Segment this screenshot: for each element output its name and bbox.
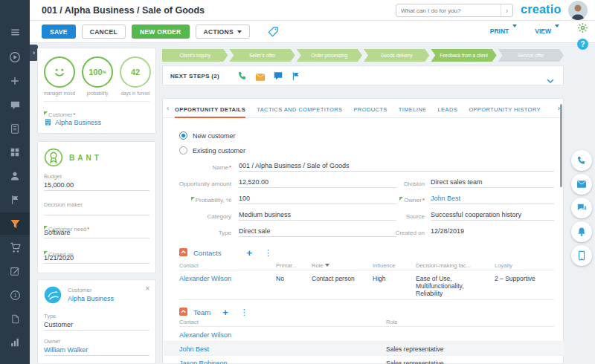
team-col-contact[interactable]: Contact	[179, 319, 199, 325]
team-menu-button[interactable]: ⋮	[240, 308, 248, 316]
budget-label: Budget	[44, 173, 62, 180]
view-button[interactable]: VIEW	[535, 27, 559, 35]
contacts-icon[interactable]	[0, 165, 30, 187]
contacts-col-contact[interactable]: Contact	[179, 262, 199, 269]
save-button[interactable]: SAVE	[42, 25, 76, 39]
team-row[interactable]: Jason Robinson Sales representative	[164, 356, 564, 364]
rail-chat-button[interactable]	[571, 198, 592, 218]
contacts-col-loyalty[interactable]: Loyalty	[495, 262, 512, 269]
opportunity-indicators-card: 100% 42 manager mood probability days in…	[37, 48, 156, 134]
close-icon[interactable]: ×	[145, 284, 149, 293]
avatar[interactable]	[568, 1, 588, 20]
division-value[interactable]: Direct sales team	[431, 178, 554, 188]
decision-maker-value[interactable]	[44, 207, 149, 215]
add-contact-button[interactable]: +	[247, 248, 253, 258]
action-toolbar: SAVE CANCEL NEW ORDER ACTIONS PRINT VIEW	[30, 21, 595, 43]
notifications-icon[interactable]: 1	[0, 284, 30, 306]
new-order-button[interactable]: NEW ORDER	[132, 25, 190, 39]
tab-tactics-and-competitors[interactable]: TACTICS AND COMPETITORS	[257, 99, 342, 118]
name-field-value[interactable]: 001 / Alpha Business / Sale of Goods	[239, 162, 554, 172]
collapse-team-icon[interactable]	[179, 305, 187, 319]
team-row[interactable]: Alexander Wilson	[164, 328, 564, 342]
email-icon[interactable]	[255, 71, 266, 85]
collapse-contacts-icon[interactable]	[179, 246, 187, 259]
tag-icon[interactable]	[268, 26, 279, 37]
contacts-col-role[interactable]: Role	[312, 262, 329, 269]
dashboards-icon[interactable]	[0, 141, 30, 163]
settings-gear-icon[interactable]	[577, 22, 588, 36]
customer-need-value[interactable]: Software	[44, 229, 149, 238]
owner-field-label: Owner	[399, 197, 425, 204]
name-field-label: Name	[213, 164, 231, 171]
owner-value-link[interactable]: William Walker	[44, 346, 149, 356]
tab-leads[interactable]: LEADS	[438, 99, 458, 118]
stage-clients-inquiry[interactable]: Client's inquiry	[162, 49, 228, 62]
chats-icon[interactable]	[0, 94, 30, 116]
probability-value: 100	[89, 68, 102, 77]
source-label: Source	[406, 213, 425, 220]
rail-call-button[interactable]	[571, 150, 592, 171]
stage-goods-delivery[interactable]: Goods delivery	[364, 49, 429, 62]
rail-mobile-button[interactable]	[571, 245, 592, 266]
goals-flag-icon[interactable]	[0, 189, 30, 211]
probability-label: probability	[80, 91, 115, 96]
existing-customer-radio[interactable]	[179, 146, 187, 155]
cancel-button[interactable]: CANCEL	[82, 25, 126, 39]
rail-email-button[interactable]	[571, 174, 592, 195]
team-row[interactable]: John Best Sales representative	[164, 342, 564, 356]
rail-notifications-bell-button[interactable]	[571, 221, 592, 242]
stage-sellers-offer[interactable]: Seller's offer	[229, 49, 295, 62]
contacts-col-factors[interactable]: Decision-making fac...	[416, 262, 471, 269]
customer-link[interactable]: Alpha Business	[55, 119, 101, 126]
type-value: Customer	[44, 321, 149, 331]
new-customer-radio[interactable]	[179, 131, 187, 140]
team-member-role: Sales representative	[386, 360, 444, 364]
collapse-next-steps-icon[interactable]	[547, 74, 554, 87]
agenda-icon[interactable]	[0, 117, 30, 140]
source-value[interactable]: Successful cooperation history	[431, 211, 554, 221]
search-input[interactable]	[396, 7, 501, 14]
opportunities-funnel-icon[interactable]	[0, 212, 30, 235]
contacts-section-title[interactable]: Contacts	[193, 249, 222, 257]
stage-feedback[interactable]: Feedback from a client	[431, 49, 496, 62]
search-submit-icon[interactable]: ›	[501, 4, 512, 16]
contact-row-name-link[interactable]: Alexander Wilson	[179, 275, 272, 282]
run-process-icon[interactable]	[0, 46, 30, 68]
contacts-menu-button[interactable]: ⋮	[264, 249, 272, 257]
team-member-link: Alexander Wilson	[179, 331, 231, 339]
closed-on-value[interactable]: 1/21/2020	[44, 254, 149, 264]
add-team-member-button[interactable]: +	[222, 308, 228, 317]
contacts-col-primary[interactable]: Primar...	[276, 262, 297, 269]
scrollbar-thumb[interactable]	[560, 104, 562, 187]
team-col-role[interactable]: Role	[386, 319, 397, 325]
add-icon[interactable]	[0, 70, 30, 92]
stage-order-processing[interactable]: Order processing	[297, 49, 362, 62]
tabs-scroll-left-icon[interactable]: ‹	[167, 104, 169, 112]
compose-icon[interactable]	[0, 260, 30, 282]
opportunity-page-card: ‹ OPPORTUNITY DETAILS TACTICS AND COMPET…	[162, 98, 564, 364]
menu-icon[interactable]	[0, 21, 30, 43]
stage-service-offer[interactable]: Service offer	[498, 49, 564, 62]
orders-cart-icon[interactable]	[0, 236, 30, 259]
help-icon[interactable]: ?	[577, 39, 588, 50]
tabs-bar: ‹ OPPORTUNITY DETAILS TACTICS AND COMPET…	[163, 99, 563, 118]
team-section-title[interactable]: Team	[193, 308, 210, 316]
division-label: Division	[404, 181, 425, 187]
contacts-col-influence[interactable]: Influence	[373, 262, 395, 269]
tab-opportunity-history[interactable]: OPPORTUNITY HISTORY	[469, 99, 541, 118]
tab-timeline[interactable]: TIMELINE	[399, 99, 427, 118]
tab-products[interactable]: PRODUCTS	[353, 99, 387, 118]
task-flag-icon[interactable]	[291, 71, 300, 84]
customer-card-name-link[interactable]: Alpha Business	[68, 295, 114, 302]
reports-chart-icon[interactable]	[0, 331, 30, 354]
call-icon[interactable]	[237, 71, 248, 84]
actions-button[interactable]: ACTIONS	[196, 25, 250, 39]
tab-opportunity-details[interactable]: OPPORTUNITY DETAILS	[175, 99, 245, 118]
print-button[interactable]: PRINT	[490, 27, 518, 35]
budget-value[interactable]: 15,000.00	[44, 181, 149, 191]
chat-icon[interactable]	[273, 71, 283, 84]
team-member-link: John Best	[179, 345, 209, 353]
owner-field-value[interactable]: John Best	[431, 195, 554, 204]
days-in-funnel-indicator: 42	[120, 56, 151, 88]
documents-icon[interactable]	[0, 308, 30, 330]
